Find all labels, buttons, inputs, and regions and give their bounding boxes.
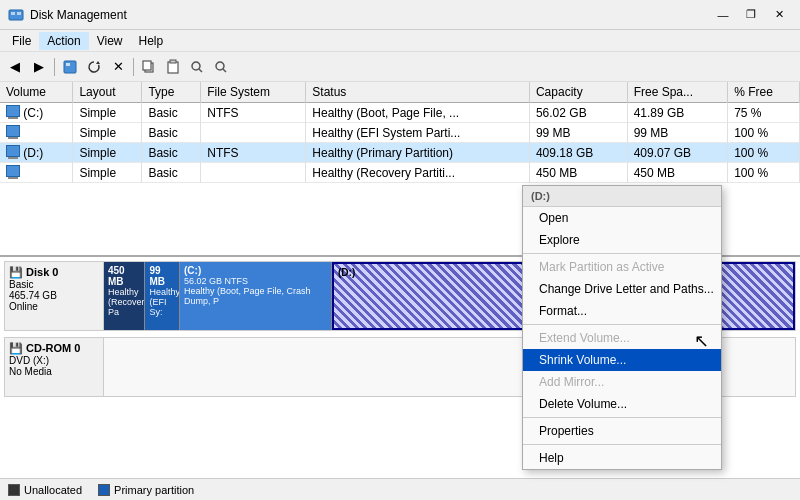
paste-button[interactable] (162, 56, 184, 78)
ctx-mark-active: Mark Partition as Active (523, 256, 721, 278)
cell-fs: NTFS (201, 143, 306, 163)
window-title: Disk Management (30, 8, 127, 22)
context-menu: (D:) Open Explore Mark Partition as Acti… (522, 185, 722, 470)
ctx-properties[interactable]: Properties (523, 420, 721, 442)
menu-file[interactable]: File (4, 32, 39, 50)
ctx-explore[interactable]: Explore (523, 229, 721, 251)
cell-pct: 100 % (728, 123, 800, 143)
ctx-format[interactable]: Format... (523, 300, 721, 322)
cell-capacity: 409.18 GB (529, 143, 627, 163)
disk-0-status: Online (9, 301, 99, 312)
cell-fs (201, 123, 306, 143)
menu-help[interactable]: Help (131, 32, 172, 50)
cdrom-0-name: 💾 CD-ROM 0 (9, 342, 99, 355)
cell-layout: Simple (73, 103, 142, 123)
ctx-open[interactable]: Open (523, 207, 721, 229)
cdrom-0-label: 💾 CD-ROM 0 DVD (X:) No Media (4, 337, 104, 397)
svg-rect-2 (17, 12, 21, 15)
col-filesystem: File System (201, 82, 306, 103)
cell-free: 99 MB (627, 123, 728, 143)
ctx-add-mirror: Add Mirror... (523, 371, 721, 393)
search2-button[interactable] (210, 56, 232, 78)
cell-layout: Simple (73, 123, 142, 143)
forward-button[interactable]: ▶ (28, 56, 50, 78)
menu-action[interactable]: Action (39, 32, 88, 50)
cell-free: 41.89 GB (627, 103, 728, 123)
cdrom-0-status: No Media (9, 366, 99, 377)
back-button[interactable]: ◀ (4, 56, 26, 78)
cell-free: 409.07 GB (627, 143, 728, 163)
copy-button[interactable] (138, 56, 160, 78)
disk-0-name: 💾 Disk 0 (9, 266, 99, 279)
properties-button[interactable] (59, 56, 81, 78)
svg-point-12 (216, 62, 224, 70)
cell-type: Basic (142, 163, 201, 183)
ctx-change-drive-letter[interactable]: Change Drive Letter and Paths... (523, 278, 721, 300)
col-pct: % Free (728, 82, 800, 103)
svg-point-10 (192, 62, 200, 70)
cell-status: Healthy (Recovery Partiti... (306, 163, 530, 183)
col-capacity: Capacity (529, 82, 627, 103)
ctx-sep-3 (523, 417, 721, 418)
table-row[interactable]: (D:) Simple Basic NTFS Healthy (Primary … (0, 143, 800, 163)
cell-capacity: 450 MB (529, 163, 627, 183)
table-row[interactable]: Simple Basic Healthy (EFI System Parti..… (0, 123, 800, 143)
primary-label: Primary partition (114, 484, 194, 496)
close-button[interactable]: ✕ (766, 5, 792, 25)
cell-volume: (C:) (0, 103, 73, 123)
disk-0-type: Basic (9, 279, 99, 290)
svg-rect-4 (66, 63, 70, 66)
cell-type: Basic (142, 103, 201, 123)
cell-status: Healthy (Boot, Page File, ... (306, 103, 530, 123)
ctx-shrink-volume[interactable]: Shrink Volume... (523, 349, 721, 371)
unallocated-swatch (8, 484, 20, 496)
table-row[interactable]: (C:) Simple Basic NTFS Healthy (Boot, Pa… (0, 103, 800, 123)
col-volume: Volume (0, 82, 73, 103)
cell-status: Healthy (EFI System Parti... (306, 123, 530, 143)
cell-status: Healthy (Primary Partition) (306, 143, 530, 163)
app-icon (8, 7, 24, 23)
search-button[interactable] (186, 56, 208, 78)
toolbar-separator-1 (54, 58, 55, 76)
svg-line-13 (223, 69, 226, 72)
cell-volume (0, 123, 73, 143)
cell-fs: NTFS (201, 103, 306, 123)
cell-pct: 75 % (728, 103, 800, 123)
partition-c[interactable]: (C:) 56.02 GB NTFS Healthy (Boot, Page F… (180, 262, 332, 330)
disk-0-label: 💾 Disk 0 Basic 465.74 GB Online (4, 261, 104, 331)
menu-bar: File Action View Help (0, 30, 800, 52)
unallocated-label: Unallocated (24, 484, 82, 496)
cell-capacity: 99 MB (529, 123, 627, 143)
col-layout: Layout (73, 82, 142, 103)
svg-rect-7 (143, 61, 151, 70)
partition-recovery[interactable]: 450 MB Healthy (Recovery Pa (104, 262, 145, 330)
cell-type: Basic (142, 123, 201, 143)
refresh-button[interactable] (83, 56, 105, 78)
svg-rect-8 (168, 62, 178, 73)
table-row[interactable]: Simple Basic Healthy (Recovery Partiti..… (0, 163, 800, 183)
delete-button[interactable]: ✕ (107, 56, 129, 78)
partition-efi[interactable]: 99 MB Healthy (EFI Sy: (145, 262, 180, 330)
title-bar: Disk Management — ❐ ✕ (0, 0, 800, 30)
toolbar-separator-2 (133, 58, 134, 76)
col-status: Status (306, 82, 530, 103)
svg-marker-5 (96, 61, 100, 64)
cell-fs (201, 163, 306, 183)
cell-type: Basic (142, 143, 201, 163)
ctx-help[interactable]: Help (523, 447, 721, 469)
svg-rect-3 (64, 61, 76, 73)
cdrom-0-type: DVD (X:) (9, 355, 99, 366)
cell-capacity: 56.02 GB (529, 103, 627, 123)
menu-view[interactable]: View (89, 32, 131, 50)
minimize-button[interactable]: — (710, 5, 736, 25)
ctx-delete-volume[interactable]: Delete Volume... (523, 393, 721, 415)
cell-layout: Simple (73, 143, 142, 163)
legend-unallocated: Unallocated (8, 484, 82, 496)
svg-rect-9 (170, 60, 176, 63)
ctx-extend-volume: Extend Volume... (523, 327, 721, 349)
cell-pct: 100 % (728, 163, 800, 183)
legend-primary: Primary partition (98, 484, 194, 496)
cell-volume: (D:) (0, 143, 73, 163)
window-controls: — ❐ ✕ (710, 5, 792, 25)
restore-button[interactable]: ❐ (738, 5, 764, 25)
